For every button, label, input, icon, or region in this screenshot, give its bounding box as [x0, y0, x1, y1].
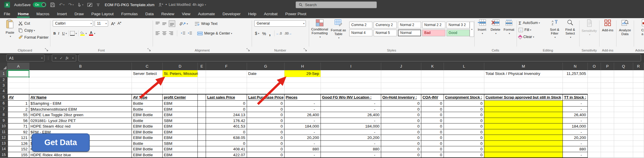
cell-D3[interactable]	[163, 83, 198, 88]
cell-B5[interactable]	[29, 94, 132, 101]
cell-L15[interactable]	[444, 152, 484, 158]
cell-E10[interactable]	[198, 123, 206, 129]
cell-R5[interactable]	[633, 94, 644, 101]
tab-developer[interactable]: Developer	[219, 9, 245, 18]
cell-L12[interactable]	[444, 135, 484, 141]
cell-N1[interactable]	[563, 70, 588, 77]
cell-A6[interactable]	[8, 101, 29, 107]
cell-P7[interactable]	[601, 107, 614, 112]
align-middle-icon[interactable]	[162, 21, 167, 26]
cell-E8[interactable]	[198, 112, 206, 118]
col-header-Q[interactable]: Q	[614, 63, 633, 70]
font-size-select[interactable]: 11▾	[95, 20, 108, 27]
fill-color-dropdown[interactable]: ▾	[86, 32, 87, 35]
cell-I12[interactable]	[321, 135, 381, 141]
cell-R8[interactable]	[633, 112, 644, 118]
cell-O14[interactable]	[588, 146, 601, 152]
style-normal-2-2[interactable]: Normal 2 2	[422, 22, 445, 28]
cell-Q2[interactable]	[614, 77, 633, 83]
cell-E4[interactable]	[198, 88, 206, 94]
cell-B8[interactable]	[29, 112, 132, 118]
cell-J12[interactable]	[381, 135, 421, 141]
col-header-D[interactable]: D	[163, 63, 198, 70]
cell-E12[interactable]	[198, 135, 206, 141]
cell-O1[interactable]	[588, 70, 601, 77]
borders-dropdown[interactable]: ▾	[76, 32, 77, 35]
cell-N14[interactable]	[563, 146, 588, 152]
cell-I11[interactable]	[321, 129, 381, 135]
font-dialog-launcher[interactable]	[147, 48, 151, 52]
row-header-2[interactable]: 2	[0, 77, 8, 83]
cell-H7[interactable]	[284, 107, 321, 112]
cell-D11[interactable]	[163, 129, 198, 135]
style-bad[interactable]: Bad	[422, 30, 445, 36]
name-box-splitter[interactable]: ⋮	[46, 56, 50, 60]
cell-F5[interactable]	[206, 94, 247, 101]
cell-P15[interactable]	[601, 152, 614, 158]
clipboard-dialog-launcher[interactable]	[45, 48, 49, 52]
cell-N3[interactable]	[563, 83, 588, 88]
cell-K4[interactable]	[421, 88, 444, 94]
cell-I15[interactable]	[321, 152, 381, 158]
cell-B4[interactable]	[29, 88, 132, 94]
cell-A5[interactable]	[8, 94, 29, 101]
cell-A7[interactable]	[8, 107, 29, 112]
cell-C7[interactable]	[132, 107, 163, 112]
cell-J3[interactable]	[381, 83, 421, 88]
cell-D5[interactable]	[163, 94, 198, 101]
cell-H2[interactable]	[284, 77, 321, 83]
cell-C9[interactable]	[132, 118, 163, 124]
cell-C3[interactable]	[132, 83, 163, 88]
cell-E2[interactable]	[198, 77, 206, 83]
cell-A2[interactable]	[8, 77, 29, 83]
cell-R7[interactable]	[633, 107, 644, 112]
wrap-text-button[interactable]: Wrap Text	[195, 22, 217, 26]
cell-C10[interactable]	[132, 123, 163, 129]
cell-F15[interactable]	[206, 152, 247, 158]
clear-button[interactable]: Clear▾	[519, 33, 540, 40]
cell-O15[interactable]	[588, 152, 601, 158]
font-name-select[interactable]: Calibri▾	[53, 20, 93, 27]
cell-D6[interactable]	[163, 101, 198, 107]
cell-I8[interactable]	[321, 112, 381, 118]
increase-decimal-button[interactable]: ←←.0.0	[276, 32, 282, 35]
cell-G13[interactable]	[247, 141, 284, 147]
cell-P5[interactable]	[601, 94, 614, 101]
col-header-B[interactable]: B	[29, 63, 132, 70]
cell-C1[interactable]	[132, 70, 163, 77]
cell-M15[interactable]	[484, 152, 563, 158]
cell-C2[interactable]	[132, 77, 163, 83]
cell-D15[interactable]	[163, 152, 198, 158]
fill-handle[interactable]	[28, 76, 30, 78]
cell-B10[interactable]	[29, 123, 132, 129]
cell-H10[interactable]	[284, 123, 321, 129]
format-cells-button[interactable]: Format▾	[502, 19, 516, 35]
cell-A4[interactable]	[8, 88, 29, 94]
col-header-L[interactable]: L	[444, 63, 484, 70]
cell-F6[interactable]	[206, 101, 247, 107]
cell-R14[interactable]	[633, 146, 644, 152]
cell-L1[interactable]	[444, 70, 484, 77]
increase-indent-icon[interactable]	[188, 31, 192, 36]
cell-Q15[interactable]	[614, 152, 633, 158]
conditional-formatting-button[interactable]: Conditional Formatting▾	[310, 19, 329, 39]
cell-J15[interactable]	[381, 152, 421, 158]
cell-A12[interactable]	[8, 135, 29, 141]
addins-button[interactable]: Add-ins	[599, 19, 616, 32]
cell-M5[interactable]	[484, 94, 563, 101]
tab-macros[interactable]: Macros	[33, 9, 53, 18]
cell-R11[interactable]	[633, 129, 644, 135]
cell-F12[interactable]	[206, 135, 247, 141]
accounting-format-button[interactable]: $	[255, 31, 257, 36]
cell-N10[interactable]	[563, 123, 588, 129]
cell-K1[interactable]	[421, 70, 444, 77]
align-bottom-icon[interactable]	[169, 20, 175, 27]
cell-M12[interactable]	[484, 135, 563, 141]
cell-R9[interactable]	[633, 118, 644, 124]
tab-power-pivot[interactable]: Power Pivot	[281, 9, 310, 18]
cell-I4[interactable]	[321, 88, 381, 94]
cell-F11[interactable]	[206, 129, 247, 135]
cell-Q8[interactable]	[614, 112, 633, 118]
percent-style-button[interactable]: %	[262, 31, 266, 36]
cell-Q11[interactable]	[614, 129, 633, 135]
